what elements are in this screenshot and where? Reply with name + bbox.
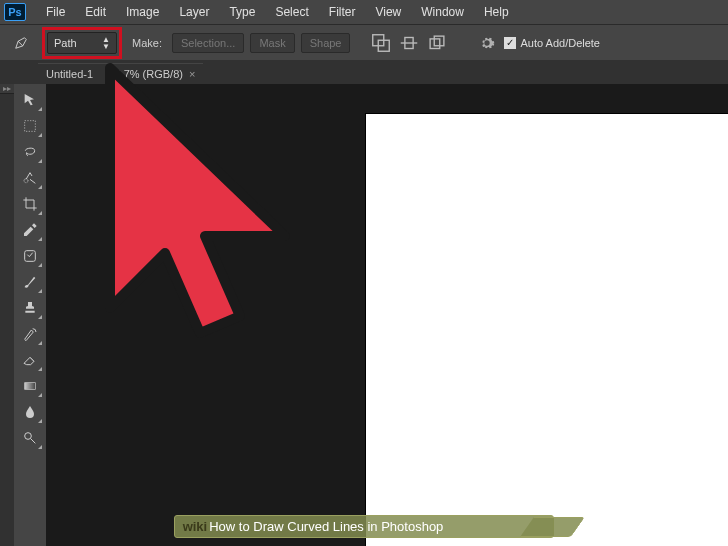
dodge-tool[interactable] [17,426,43,450]
gradient-tool[interactable] [17,374,43,398]
workspace: ▸▸ [0,84,728,546]
move-tool[interactable] [17,88,43,112]
tool-mode-value: Path [54,37,77,49]
eyedropper-tool[interactable] [17,218,43,242]
tools-panel [14,84,46,546]
menu-image[interactable]: Image [116,5,169,19]
checkmark-icon: ✓ [504,37,516,49]
path-ops-combine-icon[interactable] [370,33,392,53]
svg-rect-6 [25,121,36,132]
highlight-box: Path ▲▼ [42,27,122,59]
pen-icon [14,36,28,50]
auto-add-delete-label: Auto Add/Delete [520,37,600,49]
history-brush-tool[interactable] [17,322,43,346]
svg-point-10 [25,433,32,440]
menu-help[interactable]: Help [474,5,519,19]
make-label: Make: [132,37,162,49]
menu-filter[interactable]: Filter [319,5,366,19]
close-tab-icon[interactable]: × [189,68,195,80]
svg-rect-9 [25,383,36,390]
tool-mode-dropdown[interactable]: Path ▲▼ [47,32,117,54]
menu-view[interactable]: View [365,5,411,19]
options-bar: Path ▲▼ Make: Selection... Mask Shape ✓ … [0,24,728,60]
canvas-area[interactable] [46,84,728,546]
menu-bar: Ps File Edit Image Layer Type Select Fil… [0,0,728,24]
document-canvas[interactable] [366,114,728,546]
auto-add-delete-checkbox[interactable]: ✓ Auto Add/Delete [504,37,600,49]
panel-rail[interactable]: ▸▸ [0,84,14,546]
settings-button[interactable] [476,33,498,53]
brush-tool[interactable] [17,270,43,294]
document-tab-bar: Untitled-1 6.7% (RGB/8) × [0,60,728,84]
active-tool-indicator[interactable] [6,31,36,55]
menu-edit[interactable]: Edit [75,5,116,19]
marquee-tool[interactable] [17,114,43,138]
path-align-icon[interactable] [398,33,420,53]
quick-select-tool[interactable] [17,166,43,190]
menu-layer[interactable]: Layer [169,5,219,19]
gear-icon [479,35,495,51]
lasso-tool[interactable] [17,140,43,164]
stamp-tool[interactable] [17,296,43,320]
document-tab[interactable]: Untitled-1 6.7% (RGB/8) × [38,63,203,84]
menu-select[interactable]: Select [265,5,318,19]
menu-file[interactable]: File [36,5,75,19]
healing-brush-tool[interactable] [17,244,43,268]
eraser-tool[interactable] [17,348,43,372]
menu-window[interactable]: Window [411,5,474,19]
menu-type[interactable]: Type [219,5,265,19]
dropdown-arrows-icon: ▲▼ [102,36,110,50]
document-tab-label: Untitled-1 6.7% (RGB/8) [46,68,183,80]
app-logo: Ps [4,3,26,21]
make-mask-button[interactable]: Mask [250,33,294,53]
make-selection-button[interactable]: Selection... [172,33,244,53]
rail-grip-icon: ▸▸ [0,84,14,94]
path-arrange-icon[interactable] [426,33,448,53]
blur-tool[interactable] [17,400,43,424]
crop-tool[interactable] [17,192,43,216]
make-shape-button[interactable]: Shape [301,33,351,53]
